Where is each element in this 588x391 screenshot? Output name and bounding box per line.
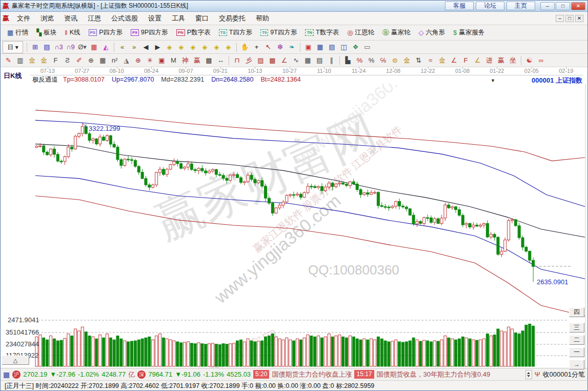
grid-square-tool[interactable]: ▦ (302, 55, 314, 66)
last-bar-button[interactable]: » (128, 42, 140, 53)
diamond-left-button[interactable]: ◈ (164, 42, 175, 53)
width-measure-tool[interactable]: ↔ (215, 55, 227, 66)
quotes-button[interactable]: ▦行情 (4, 27, 32, 39)
homepage-button[interactable]: 主页 (506, 2, 535, 10)
ruler-grid-tool[interactable]: ▦ (97, 55, 109, 66)
menu-item-file[interactable]: 文件 (12, 14, 35, 22)
drag-hand-button[interactable]: ✋ (239, 42, 251, 53)
wave-band-tool[interactable]: ≈ (424, 55, 436, 66)
gann-fan-tool[interactable]: 彡 (243, 55, 255, 66)
crosshair-button[interactable]: + (251, 42, 262, 53)
color-volume-icon[interactable]: ◭ (100, 42, 112, 53)
flower-tool-button[interactable]: ❇ (274, 42, 286, 53)
sectors-button[interactable]: ▚板块 (33, 27, 60, 39)
percent-line-tool[interactable]: ℅ (377, 55, 389, 66)
p-number-table-button[interactable]: PNP数字表 (173, 27, 214, 39)
circle-grid-tool[interactable]: ⊕ (85, 55, 97, 66)
star-ray-tool[interactable]: ✳ (144, 55, 156, 66)
golden-angle-tool[interactable]: 金 (436, 55, 448, 66)
winner-service-button[interactable]: $赢家服务 (450, 27, 488, 39)
chip-bottle-icon[interactable]: Ø▾ (76, 42, 88, 53)
news-scroll-spinner[interactable] (525, 370, 532, 379)
notes-button[interactable]: ▤ (326, 42, 338, 53)
news1-text[interactable]: 国债期货主力合约收盘上涨 (272, 370, 352, 379)
advance-angle-tool[interactable]: 进 (483, 55, 495, 66)
news2-text[interactable]: 国债期货收盘，30年期主力合约涨0.49 (377, 370, 491, 379)
period-day-dropdown[interactable]: 日 ▾ (3, 41, 23, 53)
9t-square-button[interactable]: T99T四方形 (257, 27, 300, 39)
close-button[interactable]: ✕ (571, 2, 585, 10)
info-list-icon[interactable]: ▤ (41, 42, 53, 53)
pane-layout-1-button[interactable]: 一 (569, 347, 584, 357)
t-square-button[interactable]: TST四方形 (215, 27, 256, 39)
grid-lines-tool[interactable]: ▥ (14, 55, 26, 66)
save-button[interactable]: ◫ (338, 42, 350, 53)
p-square-button[interactable]: PSP四方形 (85, 27, 127, 39)
brain-tool-button[interactable]: ❧ (286, 42, 298, 53)
ying-angle-tool[interactable]: 赢 (495, 55, 507, 66)
t-number-table-button[interactable]: TNT数字表 (301, 27, 342, 39)
9p-square-button[interactable]: P99P四方形 (127, 27, 172, 39)
gold-grid-tool[interactable]: 金 (38, 55, 50, 66)
title-bar[interactable]: 赢 赢家老子时空周期系统[纵横版] - [上证指数 SH000001-155日K… (1, 1, 587, 12)
golden-line-tool[interactable]: 金 (401, 55, 413, 66)
fibonacci-tool[interactable]: F (50, 55, 62, 66)
menu-item-formula-stock-pick[interactable]: 公式选股 (106, 14, 143, 22)
gold-angle2-tool[interactable]: ∠ (472, 55, 483, 66)
pane-layout-2-button[interactable]: 二 (569, 335, 584, 345)
shen-grid-tool[interactable]: 神 (179, 55, 191, 66)
export-button[interactable]: ❖ (350, 42, 361, 53)
diamond-fit-all-button[interactable]: ◈ (222, 42, 234, 53)
updown-tool[interactable]: ⇅ (413, 55, 424, 66)
gold-ratio-tool[interactable]: 金 (26, 55, 38, 66)
pattern-box-tool[interactable]: ▩ (267, 55, 278, 66)
infinity-icon[interactable]: ∞ (535, 55, 547, 66)
golden-egg-tool[interactable]: ⊜ (389, 55, 401, 66)
hexagon-button[interactable]: ◇六角形 (415, 27, 449, 39)
f-angle-tool[interactable]: F (460, 55, 472, 66)
trend-angle-tool[interactable]: ∠ (448, 55, 460, 66)
first-bar-button[interactable]: « (116, 42, 128, 53)
m-pattern-tool[interactable]: M (168, 55, 179, 66)
grid-square2-tool[interactable]: ▤ (314, 55, 326, 66)
customer-service-button[interactable]: 客服 (445, 2, 474, 10)
pointer-button[interactable]: ↖ (262, 42, 274, 53)
next-bar-button[interactable]: ▶ (152, 42, 164, 53)
parallel-lines-tool[interactable]: ∥ (326, 55, 337, 66)
fan-box-tool[interactable]: ▨ (255, 55, 267, 66)
volume-profile-tool[interactable]: ▙ (342, 55, 354, 66)
pencil-tool[interactable]: ✎ (3, 55, 14, 66)
prev-bar-button[interactable]: ◀ (140, 42, 152, 53)
n-squared-tool[interactable]: n² (109, 55, 120, 66)
menu-item-news[interactable]: 资讯 (59, 14, 83, 22)
menu-item-tools[interactable]: 工具 (167, 14, 190, 22)
menu-item-trade[interactable]: 交易委托 (214, 14, 251, 22)
forum-button[interactable]: 论坛 (476, 2, 504, 10)
volume-pane-toggle-button[interactable]: △ (2, 356, 29, 365)
winner-wheel-button[interactable]: Ⓑ赢家轮 (379, 27, 414, 39)
diamond-right-button[interactable]: ◈ (175, 42, 187, 53)
menu-item-settings[interactable]: 设置 (143, 14, 167, 22)
menu-item-help[interactable]: 帮助 (251, 14, 274, 22)
sit-angle-tool[interactable]: 坐 (507, 55, 519, 66)
mini-chart-9-icon[interactable]: ∩9 (65, 42, 76, 53)
kline-chart[interactable]: 赢家财富网 www.yingjia360.com www.yingjia360.… (1, 84, 588, 368)
zigzag-tool[interactable]: ∿ (290, 55, 302, 66)
frame-tool[interactable]: ⊓ (231, 55, 243, 66)
pane-layout-3-button[interactable]: 三 (569, 323, 584, 333)
stock-code-label[interactable]: 000001 上证指数 (532, 76, 582, 85)
yinyang-icon[interactable]: ☯ (523, 55, 535, 66)
diamond-shrink-h-button[interactable]: ◈ (199, 42, 211, 53)
percent-down-tool[interactable]: % (354, 55, 366, 66)
gann-wheel-button[interactable]: ◎江恩轮 (343, 27, 378, 39)
ying-grid-tool[interactable]: 赢 (191, 55, 203, 66)
chart-window-icon[interactable]: ⊞ (29, 42, 41, 53)
diamond-expand-v-button[interactable]: ◈ (211, 42, 222, 53)
calendar-button[interactable]: ▣ (302, 42, 314, 53)
menu-item-window[interactable]: 窗口 (190, 14, 214, 22)
mdi-restore-button[interactable]: □ (565, 15, 574, 22)
print-button[interactable]: ▭ (361, 42, 373, 53)
calculator-button[interactable]: ▦ (314, 42, 326, 53)
dense-grid-tool[interactable]: ▩ (203, 55, 215, 66)
quotes-grid-icon[interactable]: ▦ (3, 370, 10, 379)
